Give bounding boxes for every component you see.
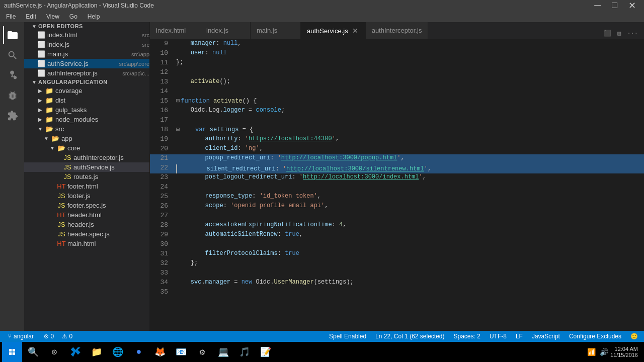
open-editor-index-html[interactable]: ⬜ index.html src [24, 30, 149, 40]
line-ending[interactable]: LF [514, 333, 525, 340]
menu-file[interactable]: File [4, 12, 18, 21]
text-cursor [176, 164, 177, 173]
error-count[interactable]: ⊗ 0 [42, 333, 56, 340]
js-file-icon3: ⬜ [36, 60, 46, 67]
spaces-setting[interactable]: Spaces: 2 [452, 333, 482, 340]
warning-count[interactable]: ⚠ 0 [60, 333, 74, 340]
editor-area: index.html index.js main.js authService.… [150, 22, 644, 331]
routes-file[interactable]: JS routes.js [24, 172, 149, 182]
tab-auth-interceptor[interactable]: authInterceptor.js [366, 22, 429, 39]
tab-close-auth-service[interactable]: ✕ [351, 26, 359, 36]
activity-git[interactable] [3, 66, 21, 84]
maximize-btn[interactable]: □ [608, 0, 621, 11]
tab-main-js[interactable]: main.js [251, 22, 301, 39]
cursor-position[interactable]: Ln 22, Col 1 (62 selected) [373, 333, 446, 340]
app-title: authService.js - AngularApplication - Vi… [4, 2, 154, 9]
footer-spec-file[interactable]: JS footer.spec.js [24, 201, 149, 210]
menu-help[interactable]: Help [86, 12, 102, 21]
tab-label-index-js: index.js [206, 27, 228, 34]
app-folder[interactable]: ▼ 📂 app [24, 134, 149, 143]
code-line-21: 21 popup_redirect_uri: 'http://localhost… [150, 154, 644, 164]
open-editors-title: OPEN EDITORS [38, 23, 83, 29]
toggle-sidebar-btn[interactable]: ▤ [615, 28, 623, 39]
minimize-btn[interactable]: ─ [590, 0, 605, 11]
spell-check[interactable]: Spell Enabled [327, 333, 368, 340]
angular-app-header[interactable]: ▼ ANGULARAPPLICATION [24, 78, 149, 86]
folder-icon-coverage: 📁 [44, 87, 54, 95]
taskbar-app4[interactable]: 🎵 [234, 342, 255, 362]
code-line-25: 25 response_type: 'id_token token', [150, 193, 644, 202]
footer-js-file[interactable]: JS footer.js [24, 191, 149, 201]
close-btn[interactable]: ✕ [624, 0, 640, 11]
dist-folder[interactable]: ▶ 📁 dist [24, 96, 149, 105]
html-icon-main: HT [56, 240, 66, 247]
start-button[interactable] [2, 342, 22, 362]
taskbar-ff[interactable]: 🦊 [150, 342, 170, 362]
taskbar-chrome[interactable]: ● [129, 342, 149, 362]
code-line-19: 19 authority: 'https://localhost:44300', [150, 135, 644, 145]
open-editor-index-js[interactable]: ⬜ index.js src [24, 40, 149, 49]
tab-label-index-html: index.html [156, 27, 186, 34]
encoding[interactable]: UTF-8 [488, 333, 509, 340]
folder-icon-node: 📁 [44, 116, 54, 123]
core-folder[interactable]: ▼ 📂 core [24, 143, 149, 153]
open-editors-header[interactable]: ▼ OPEN EDITORS [24, 22, 149, 30]
tab-actions: ⬛ ▤ ··· [602, 28, 644, 39]
tab-label-auth-interceptor: authInterceptor.js [372, 27, 422, 34]
code-line-15: 15 ⊟function activate() { [150, 97, 644, 107]
taskbar-search[interactable]: 🔍 [23, 342, 43, 362]
code-line-14: 14 [150, 87, 644, 97]
code-line-34: 34 svc.manager = new Oidc.UserManager(se… [150, 279, 644, 288]
open-editor-main-js[interactable]: ⬜ main.js src\app [24, 49, 149, 59]
activity-extensions[interactable] [3, 107, 21, 125]
open-editors-section: ▼ OPEN EDITORS ⬜ index.html src ⬜ index.… [24, 22, 149, 78]
main-layout: ▼ OPEN EDITORS ⬜ index.html src ⬜ index.… [0, 22, 644, 331]
js-icon-routes: JS [62, 173, 72, 180]
auth-interceptor-file[interactable]: JS authInterceptor.js [24, 153, 149, 162]
header-js-file[interactable]: JS header.js [24, 220, 149, 229]
taskbar-app2[interactable]: ⚙ [192, 342, 212, 362]
src-folder[interactable]: ▼ 📂 src [24, 124, 149, 134]
split-editor-btn[interactable]: ⬛ [602, 28, 613, 39]
coverage-folder[interactable]: ▶ 📁 coverage [24, 86, 149, 96]
taskbar-file-explorer[interactable]: 📁 [87, 342, 107, 362]
node-modules-folder[interactable]: ▶ 📁 node_modules [24, 115, 149, 124]
footer-html-file[interactable]: HT footer.html [24, 182, 149, 191]
language-mode[interactable]: JavaScript [530, 333, 562, 340]
menu-go[interactable]: Go [67, 12, 79, 21]
activity-debug[interactable] [3, 86, 21, 105]
tab-index-html[interactable]: index.html [150, 22, 200, 39]
header-spec-file[interactable]: JS header.spec.js [24, 229, 149, 239]
tab-auth-service[interactable]: authService.js ✕ [301, 22, 366, 39]
taskbar-right: 📶 🔊 12:04 AM 11/15/2016 [587, 346, 642, 358]
taskbar-edge[interactable]: 🌐 [108, 342, 128, 362]
activity-search[interactable] [3, 46, 21, 64]
smiley-icon[interactable]: 🙂 [628, 333, 640, 340]
gulp-tasks-folder[interactable]: ▶ 📁 gulp_tasks [24, 105, 149, 115]
git-branch[interactable]: ⑂ angular [4, 333, 38, 340]
taskbar-app3[interactable]: 💻 [213, 342, 233, 362]
code-line-10: 10 user: null [150, 49, 644, 59]
open-editor-auth-service[interactable]: ⬜ authService.js src\app\core [24, 59, 149, 68]
taskbar-network-icon: 📶 [587, 348, 596, 356]
open-editor-auth-interceptor[interactable]: ⬜ authInterceptor.js src\app\c... [24, 68, 149, 78]
menu-edit[interactable]: Edit [24, 12, 38, 21]
menu-view[interactable]: View [44, 12, 61, 21]
code-editor[interactable]: 9 manager: null, 10 user: null 11 }; 12 [150, 40, 644, 331]
header-html-file[interactable]: HT header.html [24, 210, 149, 220]
taskbar-volume-icon: 🔊 [600, 348, 608, 356]
configure-excludes[interactable]: Configure Excludes [567, 333, 623, 340]
main-html-file[interactable]: HT main.html [24, 239, 149, 248]
html-icon-header: HT [56, 211, 66, 219]
taskbar-cortana[interactable]: ⊙ [44, 342, 64, 362]
taskbar-vscode[interactable] [65, 342, 86, 362]
auth-service-file[interactable]: JS authService.js [24, 162, 149, 172]
taskbar-app5[interactable]: 📝 [256, 342, 276, 362]
taskbar-app1[interactable]: 📧 [171, 342, 191, 362]
activity-explorer[interactable] [3, 26, 21, 44]
js-file-icon2: ⬜ [36, 50, 46, 58]
more-actions-btn[interactable]: ··· [625, 28, 640, 39]
html-icon-footer: HT [56, 183, 66, 190]
git-branch-name: angular [14, 333, 34, 340]
tab-index-js[interactable]: index.js [200, 22, 251, 39]
